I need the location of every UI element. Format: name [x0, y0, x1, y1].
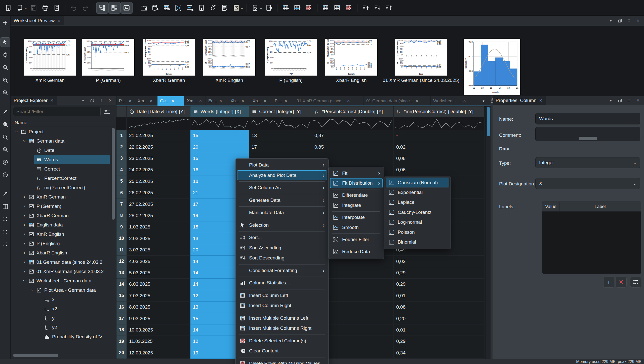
tree-item-xmr-german[interactable]: ›XmR German: [11, 192, 111, 202]
tree-expander-icon[interactable]: ›: [22, 279, 27, 283]
cell-date-7[interactable]: 27.02.2025: [127, 198, 190, 210]
document-tab-p[interactable]: P ...✕: [116, 96, 135, 106]
cell-mr-20[interactable]: 0,34: [394, 347, 485, 359]
menu-item-conditional-formatting[interactable]: Conditional Formatting›: [237, 266, 327, 276]
document-tab-xm[interactable]: Xm...✕: [135, 96, 157, 106]
tree-item-english-data[interactable]: ›English data: [11, 220, 111, 229]
menu-item-insert-column-left[interactable]: Insert Column Left: [237, 290, 327, 301]
import-button[interactable]: [249, 2, 261, 13]
menu-item-insert-multiple-columns-left[interactable]: Insert Multiple Columns Left: [237, 313, 327, 323]
worksheet-thumbnail[interactable]: 0,180,120,060,00111315171921FrequencyWor…: [464, 39, 520, 95]
menu-item-smooth[interactable]: Smooth: [330, 222, 383, 232]
tree-expander-icon[interactable]: ›: [22, 259, 26, 265]
cell-mr-18[interactable]: 0,01: [394, 324, 485, 336]
row-header-9[interactable]: 9: [116, 221, 127, 233]
chevron-down-icon[interactable]: ▾: [608, 18, 613, 23]
resize-grip[interactable]: [579, 137, 597, 140]
add-label-button[interactable]: +: [603, 277, 614, 288]
new-datapicker-button[interactable]: [207, 2, 219, 13]
menu-item-cauchy-lorentz[interactable]: Cauchy-Lorentz: [386, 207, 449, 217]
tree-item-mr-percentcorrect[interactable]: fxmr(PercentCorrect): [11, 183, 111, 192]
column-header-percentcorrect[interactable]: fx*PercentCorrect {Double} [Y]: [312, 106, 394, 117]
tree-item-plot-area-german-data[interactable]: ›Plot Area - German data: [11, 285, 111, 295]
horizontal-scrollbar[interactable]: [13, 354, 58, 357]
tree-item-probability-density-of-v[interactable]: Probability Density of 'V: [11, 332, 111, 341]
close-icon[interactable]: ✕: [263, 99, 267, 103]
insert-row-below-button[interactable]: [292, 2, 303, 13]
close-icon[interactable]: ✕: [347, 99, 350, 103]
menu-item-interpolate[interactable]: Interpolate: [330, 213, 383, 222]
tree-item-words[interactable]: Words: [11, 155, 111, 164]
worksheet-thumbnail[interactable]: 100%80%60%40%20%0%1,000,850,51X (German …: [24, 39, 76, 76]
cell-correct-1[interactable]: 13: [249, 130, 312, 141]
cell-date-14[interactable]: 6.03.2025: [127, 279, 190, 290]
cell-mr-1[interactable]: -: [394, 130, 485, 141]
cell-date-18[interactable]: 10.03.2025: [127, 324, 190, 336]
cell-mr-17[interactable]: 0,20: [394, 313, 485, 324]
tree-expander-icon[interactable]: ›: [22, 269, 26, 274]
row-header-4[interactable]: 4: [116, 164, 127, 176]
column-header-mrpercentcorrect[interactable]: fx*mr(PercentCorrect) {Double} [Y]: [394, 106, 485, 117]
menu-item-clear-content[interactable]: Clear Content: [237, 346, 327, 356]
float-icon[interactable]: [617, 98, 622, 103]
document-tab-worksheet[interactable]: Worksheet - ...✕: [431, 96, 481, 106]
pin-icon[interactable]: [99, 98, 104, 103]
value-labels-table[interactable]: Value Label: [542, 202, 641, 274]
close-icon[interactable]: ✕: [284, 99, 288, 103]
tree-item-x2[interactable]: x2: [11, 304, 111, 313]
undo-button[interactable]: [68, 2, 79, 13]
cell-words-2[interactable]: 20: [190, 141, 249, 153]
sheet-vertical-scrollbar[interactable]: [486, 106, 491, 359]
worksheet-thumbnail[interactable]: 100%80%60%40%20%0%1,000,850,58P (German …: [82, 39, 134, 76]
name-field[interactable]: Words: [535, 113, 640, 124]
close-icon[interactable]: ✕: [108, 98, 113, 103]
row-header-12[interactable]: 12: [116, 256, 127, 267]
cell-date-3[interactable]: 23.02.2025: [127, 153, 190, 164]
menu-item-generate-data[interactable]: Generate Data›: [237, 195, 327, 206]
tree-expander-icon[interactable]: ›: [14, 130, 19, 134]
cell-mr-19[interactable]: 0,29: [394, 336, 485, 347]
document-tab-xm[interactable]: Xm...✕: [184, 96, 206, 106]
close-icon[interactable]: ✕: [539, 98, 543, 103]
row-header-10[interactable]: 10: [116, 233, 127, 244]
document-tab-xb[interactable]: Xb...✕: [228, 96, 250, 106]
cell-words-1[interactable]: 15: [190, 130, 249, 141]
row-header-14[interactable]: 14: [116, 279, 127, 290]
tree-item-german-data[interactable]: ›German data: [11, 136, 111, 146]
tree-expander-icon[interactable]: ›: [22, 139, 27, 143]
worksheet-thumbnail[interactable]: 100%80%60%40%20%0%1,000,830,65Xbar (Germ…: [143, 39, 195, 76]
close-icon[interactable]: ✕: [50, 98, 54, 103]
tree-item-x[interactable]: x: [11, 295, 111, 304]
close-icon[interactable]: ✕: [219, 99, 222, 103]
plot-designation-dropdown[interactable]: X⌄: [535, 178, 640, 189]
menu-item-laplace[interactable]: Laplace: [386, 197, 449, 207]
cell-date-19[interactable]: 11.03.2025: [127, 336, 190, 347]
row-header-15[interactable]: 15: [116, 290, 127, 302]
filter-icon[interactable]: [103, 108, 111, 115]
open-project-button[interactable]: [14, 2, 26, 13]
row-header-16[interactable]: 16: [116, 302, 127, 313]
insert-column-right-button[interactable]: [332, 2, 343, 13]
insert-column-left-button[interactable]: [320, 2, 332, 13]
menu-item-gaussian-normal[interactable]: Gaussian (Normal): [386, 178, 449, 187]
search-input[interactable]: [13, 107, 101, 116]
menu-item-exponential[interactable]: Exponential: [386, 187, 449, 197]
row-header-20[interactable]: 20: [116, 347, 127, 359]
new-matrix-button[interactable]: [173, 2, 184, 13]
menu-item-delete-selected-column-s[interactable]: Delete Selected Column(s): [237, 336, 327, 346]
cell-mr-15[interactable]: 0,01: [394, 290, 485, 302]
navigate-button[interactable]: [1, 189, 10, 198]
cell-percent-1[interactable]: 0,87: [312, 130, 394, 141]
chevron-down-icon[interactable]: ▾: [80, 98, 86, 103]
pin-icon[interactable]: [626, 98, 631, 103]
row-header-5[interactable]: 5: [116, 176, 127, 187]
crosshair-mode-button[interactable]: [1, 50, 10, 59]
menu-item-column-statistics[interactable]: Column Statistics...: [237, 278, 327, 288]
menu-item-sort[interactable]: Sort...: [237, 233, 327, 243]
corner-header[interactable]: [116, 106, 127, 117]
comment-field[interactable]: [535, 127, 640, 141]
close-icon[interactable]: ✕: [635, 98, 640, 103]
tree-item-xbarr-german[interactable]: ›XbarR German: [11, 211, 111, 220]
sort-descending-button[interactable]: [372, 2, 383, 13]
menu-item-integrate[interactable]: Integrate: [330, 200, 383, 210]
